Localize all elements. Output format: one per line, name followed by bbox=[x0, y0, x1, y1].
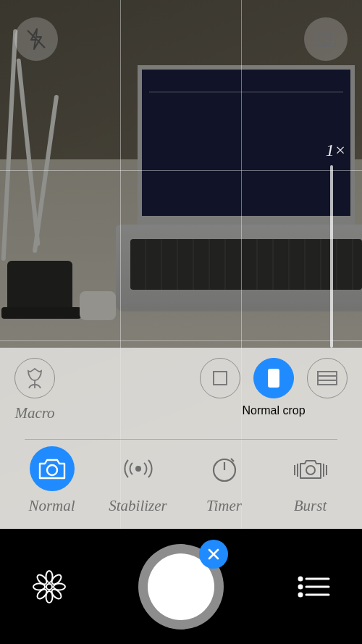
macro-label: Macro bbox=[14, 404, 54, 422]
mode-stabilizer-label: Stabilizer bbox=[109, 497, 167, 515]
flower-icon bbox=[32, 569, 67, 604]
crop-portrait-button[interactable] bbox=[253, 358, 294, 398]
crop-square-button[interactable] bbox=[200, 358, 240, 398]
timer-icon bbox=[202, 446, 247, 491]
svg-point-25 bbox=[299, 585, 302, 588]
scene-dock bbox=[7, 261, 72, 311]
zoom-level-label: 1× bbox=[326, 141, 346, 160]
panel-divider bbox=[25, 439, 337, 440]
tulip-icon bbox=[14, 358, 55, 398]
burst-icon bbox=[288, 446, 333, 491]
svg-rect-4 bbox=[318, 372, 337, 385]
stabilizer-icon bbox=[116, 446, 161, 491]
flash-toggle-button[interactable] bbox=[14, 17, 58, 61]
settings-list-button[interactable] bbox=[297, 574, 330, 599]
crop-landscape-button[interactable] bbox=[307, 358, 348, 398]
close-icon bbox=[206, 547, 221, 561]
svg-point-7 bbox=[47, 465, 57, 475]
gallery-button[interactable] bbox=[32, 569, 67, 604]
options-panel: Macro bbox=[0, 348, 362, 530]
camera-app: 1× Macro bbox=[0, 0, 362, 644]
svg-point-11 bbox=[306, 466, 315, 474]
macro-option[interactable]: Macro bbox=[14, 358, 55, 422]
svg-point-8 bbox=[135, 466, 141, 472]
close-panel-button[interactable] bbox=[199, 540, 228, 569]
square-crop-icon bbox=[211, 369, 229, 387]
mode-burst-button[interactable]: Burst bbox=[271, 446, 350, 515]
switch-camera-button[interactable] bbox=[304, 17, 348, 61]
bottom-bar bbox=[0, 529, 362, 644]
shutter-area bbox=[138, 544, 224, 630]
list-icon bbox=[297, 574, 330, 599]
scene-tape bbox=[80, 291, 116, 320]
mode-timer-button[interactable]: Timer bbox=[185, 446, 264, 515]
crop-label: Normal crop bbox=[242, 404, 305, 417]
svg-rect-2 bbox=[214, 372, 227, 385]
svg-point-23 bbox=[299, 577, 302, 580]
zoom-slider[interactable] bbox=[330, 165, 333, 348]
landscape-crop-icon bbox=[316, 370, 338, 386]
flash-off-icon bbox=[24, 27, 49, 51]
portrait-crop-icon bbox=[265, 368, 282, 388]
mode-timer-label: Timer bbox=[206, 497, 242, 515]
scene-desk bbox=[0, 159, 362, 348]
mode-burst-label: Burst bbox=[294, 497, 327, 515]
scene-laptop bbox=[116, 65, 362, 297]
mode-stabilizer-button[interactable]: Stabilizer bbox=[98, 446, 178, 515]
scene-cables bbox=[0, 29, 80, 391]
mode-normal-button[interactable]: Normal bbox=[12, 446, 92, 515]
mode-normal-label: Normal bbox=[28, 497, 75, 515]
svg-rect-3 bbox=[269, 369, 279, 387]
camera-icon bbox=[30, 446, 75, 491]
switch-camera-icon bbox=[313, 28, 338, 50]
svg-point-27 bbox=[299, 593, 302, 596]
svg-point-12 bbox=[46, 584, 52, 590]
